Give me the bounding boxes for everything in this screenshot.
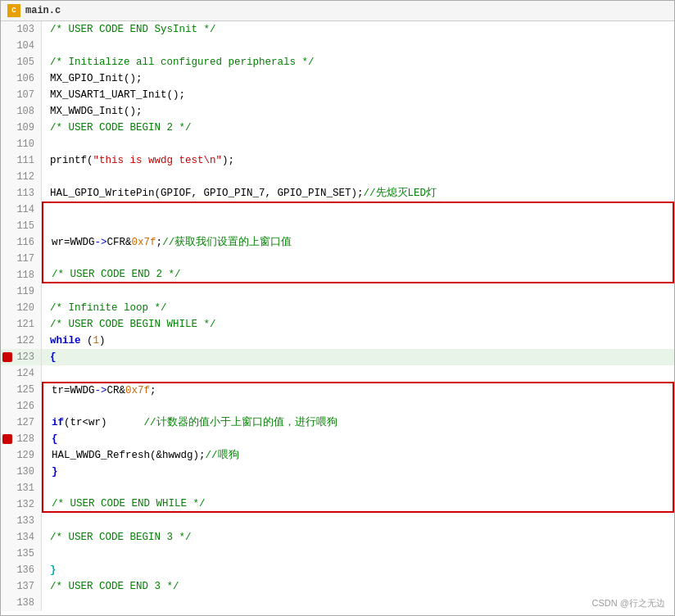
line-number: 113 [1, 185, 41, 202]
line-number: 120 [1, 300, 41, 316]
line-number: 136 [1, 562, 41, 578]
code-line: HAL_WWDG_Refresh(&hwwdg); //喂狗 [42, 447, 674, 464]
line-number: 103 [1, 21, 41, 38]
code-line: /* USER CODE BEGIN WHILE */ [42, 316, 674, 333]
code-line: if(tr < wr) //计数器的值小于上窗口的值，进行喂狗 [42, 414, 674, 431]
line-number: 108 [1, 103, 41, 120]
line-number: 132 [1, 496, 41, 513]
line-number: 124 [1, 365, 41, 382]
line-number: 119 [1, 283, 41, 300]
code-content: /* USER CODE END SysInit *//* Initialize… [42, 21, 674, 611]
line-number: 109 [1, 120, 41, 136]
main-window: C main.c 1031041051061071081091101111121… [0, 0, 675, 616]
watermark: CSDN @行之无边 [592, 597, 665, 609]
line-number: 125 [1, 382, 41, 398]
code-line: /* USER CODE BEGIN 3 */ [42, 529, 674, 546]
line-number: 128 [1, 431, 41, 447]
code-line [42, 136, 674, 152]
code-line: /* Infinite loop */ [42, 300, 674, 316]
line-number: 104 [1, 38, 41, 54]
code-line [42, 513, 674, 529]
line-number: 130 [1, 464, 41, 480]
code-line: tr = WWDG->CR & 0x7f; [42, 382, 674, 398]
code-line: } [42, 464, 674, 480]
code-line [42, 202, 674, 218]
line-number: 116 [1, 234, 41, 251]
code-line [42, 365, 674, 382]
file-icon: C [7, 4, 20, 17]
line-number: 105 [1, 54, 41, 70]
line-numbers: 1031041051061071081091101111121131141151… [1, 21, 42, 611]
code-line [42, 480, 674, 496]
code-line: while (1) [42, 333, 674, 349]
line-number: 114 [1, 202, 41, 218]
code-line: { [42, 349, 674, 365]
code-line: printf("this is wwdg test\n"); [42, 152, 674, 169]
line-number: 115 [1, 218, 41, 234]
code-line: wr = WWDG->CFR & 0x7f ; //获取我们设置的上窗口值 [42, 234, 674, 251]
line-number: 129 [1, 447, 41, 464]
code-line: /* USER CODE END WHILE */ [42, 496, 674, 513]
line-number: 135 [1, 546, 41, 562]
title-bar: C main.c [1, 1, 674, 21]
code-line [42, 38, 674, 54]
line-number: 134 [1, 529, 41, 546]
line-number: 112 [1, 169, 41, 185]
line-number: 133 [1, 513, 41, 529]
line-number: 106 [1, 70, 41, 87]
code-line: { [42, 431, 674, 447]
title-text: main.c [25, 5, 61, 16]
line-number: 110 [1, 136, 41, 152]
line-number: 107 [1, 87, 41, 103]
line-number: 138 [1, 595, 41, 611]
code-line: /* USER CODE BEGIN 2 */ [42, 120, 674, 136]
code-area: 1031041051061071081091101111121131141151… [1, 21, 674, 611]
code-line: /* USER CODE END SysInit */ [42, 21, 674, 38]
code-line [42, 546, 674, 562]
line-number: 117 [1, 251, 41, 267]
code-line: } [42, 562, 674, 578]
line-number: 126 [1, 398, 41, 414]
line-number: 122 [1, 333, 41, 349]
code-line: MX_WWDG_Init(); [42, 103, 674, 120]
code-line [42, 218, 674, 234]
line-number: 127 [1, 414, 41, 431]
code-line [42, 251, 674, 267]
code-line [42, 283, 674, 300]
code-line: MX_USART1_UART_Init(); [42, 87, 674, 103]
code-line: HAL_GPIO_WritePin(GPIOF, GPIO_PIN_7, GPI… [42, 185, 674, 202]
code-line: MX_GPIO_Init(); [42, 70, 674, 87]
code-line [42, 595, 674, 611]
line-number: 121 [1, 316, 41, 333]
code-line: /* Initialize all configured peripherals… [42, 54, 674, 70]
line-number: 111 [1, 152, 41, 169]
line-number: 131 [1, 480, 41, 496]
line-number: 123 [1, 349, 41, 365]
line-number: 118 [1, 267, 41, 283]
code-line [42, 169, 674, 185]
line-number: 137 [1, 578, 41, 595]
code-line: /* USER CODE END 2 */ [42, 267, 674, 283]
code-line: /* USER CODE END 3 */ [42, 578, 674, 595]
code-line [42, 398, 674, 414]
